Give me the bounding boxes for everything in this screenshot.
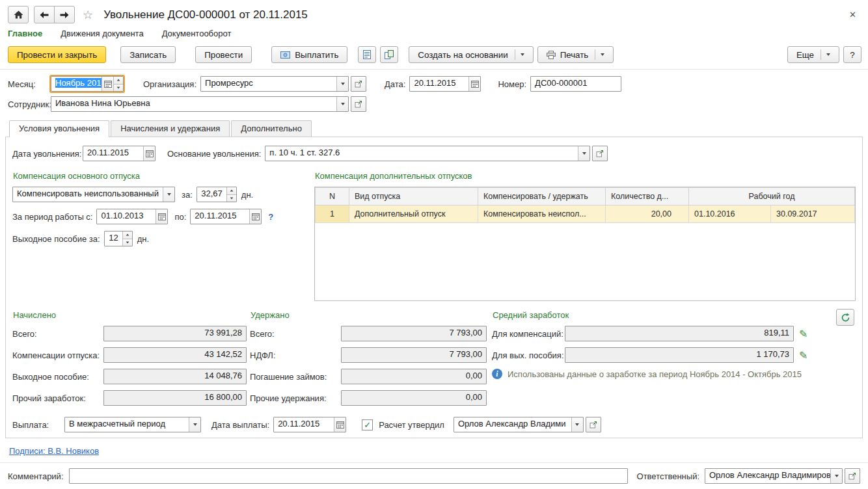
accrued-total-field[interactable]: 73 991,28 [103, 326, 247, 341]
post-button[interactable]: Провести [195, 46, 252, 63]
comment-input[interactable] [69, 468, 628, 484]
cell-work-year-to[interactable]: 30.09.2017 [771, 205, 855, 223]
for-compensations-field[interactable]: 819,11 [565, 326, 794, 341]
severance-pay-field[interactable]: 14 048,76 [103, 369, 247, 384]
employee-dropdown[interactable] [336, 97, 348, 111]
favorite-star-icon[interactable]: ☆ [83, 8, 93, 22]
more-button[interactable]: Еще [787, 46, 839, 63]
compensation-days-stepper[interactable]: 32,67 [197, 187, 237, 202]
more-dropdown[interactable] [821, 49, 830, 60]
menu-item-document-flow[interactable]: Документооборот [162, 29, 232, 38]
vacation-compensation-field[interactable]: 43 142,52 [103, 347, 247, 363]
close-icon[interactable]: ✕ [844, 10, 861, 20]
month-input[interactable]: Ноябрь 2015 [51, 76, 124, 92]
back-button[interactable] [34, 6, 55, 23]
date-input[interactable]: 20.11.2015 [409, 76, 481, 92]
payment-combo[interactable]: В межрасчетный период [64, 417, 201, 432]
dismissal-reason-open-button[interactable] [592, 146, 608, 161]
calendar-icon [336, 421, 344, 429]
other-earnings-field[interactable]: 16 800,00 [103, 390, 247, 406]
dismissal-reason-dropdown[interactable] [578, 146, 590, 161]
signatures-link[interactable]: Подписи: В.В. Новиков [9, 446, 99, 456]
approved-by-combo[interactable]: Орлов Александр Владими [454, 417, 584, 432]
organization-open-button[interactable] [351, 76, 366, 92]
organization-combo[interactable]: Промресурс [200, 76, 349, 92]
payment-date-label: Дата выплаты: [211, 420, 269, 430]
help-button[interactable]: ? [843, 46, 861, 63]
work-period-from-picker[interactable] [156, 209, 167, 224]
column-header-vacation-type[interactable]: Вид отпуска [349, 188, 478, 205]
forward-button[interactable] [54, 6, 75, 23]
for-severance-field[interactable]: 1 170,73 [565, 347, 794, 363]
work-period-from-input[interactable]: 01.10.2013 [96, 209, 168, 224]
payment-dropdown[interactable] [189, 417, 200, 432]
related-documents-button[interactable] [380, 46, 398, 63]
column-header-days[interactable]: Количество д... [606, 188, 689, 205]
dismissal-date-input[interactable]: 20.11.2015 [83, 146, 156, 161]
number-input[interactable]: ДС00-000001 [530, 76, 621, 92]
work-period-to-input[interactable]: 20.11.2015 [190, 209, 262, 224]
cell-work-year-from[interactable]: 01.10.2016 [689, 205, 771, 223]
responsible-value: Орлов Александр Владимирович [705, 469, 830, 483]
compensation-mode-combo[interactable]: Компенсировать неиспользованный [12, 187, 175, 202]
employee-combo[interactable]: Иванова Нина Юрьевна [51, 96, 349, 112]
page-title: Увольнение ДС00-000001 от 20.11.2015 [103, 8, 308, 21]
responsible-combo[interactable]: Орлов Александр Владимирович [705, 468, 843, 484]
step-down-button[interactable] [114, 84, 123, 92]
column-header-n[interactable]: N [316, 188, 349, 205]
print-dropdown[interactable] [595, 49, 604, 60]
report-button[interactable] [358, 46, 376, 63]
work-period-to-picker[interactable] [249, 209, 261, 224]
approved-by-dropdown[interactable] [571, 417, 583, 432]
compensation-mode-dropdown[interactable] [163, 187, 174, 202]
ndfl-field[interactable]: 7 793,00 [341, 347, 487, 363]
menu-item-document-movements[interactable]: Движения документа [61, 29, 143, 38]
post-and-close-button[interactable]: Провести и закрыть [8, 46, 106, 63]
table-row[interactable]: 1 Дополнительный отпуск Компенсировать н… [316, 205, 855, 223]
cell-mode[interactable]: Компенсировать неиспол... [478, 205, 606, 223]
print-button[interactable]: Печать [537, 46, 614, 63]
loan-repayment-field[interactable]: 0,00 [341, 369, 487, 384]
home-button[interactable] [8, 6, 29, 23]
open-icon [355, 100, 362, 108]
organization-dropdown[interactable] [336, 77, 348, 91]
cell-vacation-type[interactable]: Дополнительный отпуск [349, 205, 478, 223]
month-picker-button[interactable] [102, 77, 113, 91]
responsible-open-button[interactable] [845, 468, 860, 484]
recalculate-button[interactable] [836, 309, 854, 326]
menu-item-main[interactable]: Главное [8, 29, 42, 38]
date-picker-button[interactable] [468, 77, 480, 91]
period-help-link[interactable]: ? [268, 212, 273, 222]
column-header-mode[interactable]: Компенсировать / удержать [478, 188, 606, 205]
tab-accruals-deductions[interactable]: Начисления и удержания [111, 120, 230, 137]
withheld-total-field[interactable]: 7 793,00 [341, 326, 487, 341]
calc-approved-checkbox[interactable]: ✓ [362, 419, 373, 430]
responsible-dropdown[interactable] [830, 469, 842, 483]
severance-days-stepper[interactable]: 12 [104, 231, 133, 246]
step-down-button[interactable] [123, 239, 132, 246]
pay-button[interactable]: Выплатить [271, 46, 347, 63]
approved-by-open-button[interactable] [586, 417, 601, 432]
payment-date-input[interactable]: 20.11.2015 [273, 417, 346, 432]
tab-additional[interactable]: Дополнительно [231, 120, 312, 137]
tab-dismissal-terms[interactable]: Условия увольнения [9, 120, 109, 137]
edit-pencil-icon[interactable]: ✎ [799, 328, 807, 340]
employee-open-button[interactable] [351, 96, 366, 112]
cell-days[interactable]: 20,00 [606, 205, 689, 223]
edit-pencil-icon[interactable]: ✎ [799, 349, 807, 362]
save-button[interactable]: Записать [120, 46, 176, 63]
dismissal-reason-combo[interactable]: п. 10 ч. 1 ст. 327.6 [265, 146, 590, 161]
create-based-on-button[interactable]: Создать на основании [409, 46, 533, 63]
create-based-on-dropdown[interactable] [515, 49, 524, 60]
loan-repayment-label: Погашение займов: [250, 372, 341, 382]
step-up-button[interactable] [114, 77, 123, 84]
step-up-button[interactable] [227, 187, 236, 194]
dismissal-date-picker-button[interactable] [143, 146, 155, 161]
work-period-from-label: За период работы с: [12, 212, 92, 222]
step-down-button[interactable] [227, 194, 236, 202]
cell-n[interactable]: 1 [316, 205, 349, 223]
step-up-button[interactable] [123, 231, 132, 239]
other-deductions-field[interactable]: 0,00 [341, 390, 487, 406]
column-header-work-year[interactable]: Рабочий год [689, 188, 855, 205]
payment-date-picker[interactable] [334, 417, 346, 432]
